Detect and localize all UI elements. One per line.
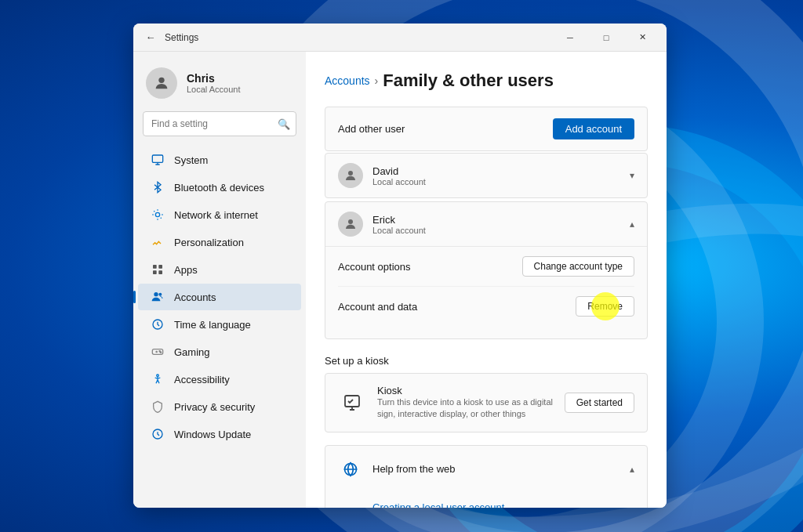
- sidebar-item-label-apps: Apps: [174, 264, 198, 276]
- svg-rect-6: [158, 270, 162, 274]
- svg-point-15: [348, 171, 353, 176]
- sidebar-item-update[interactable]: Windows Update: [138, 421, 301, 447]
- sidebar-item-network[interactable]: Network & internet: [138, 201, 301, 228]
- privacy-icon: [151, 400, 165, 414]
- sidebar-item-label-network: Network & internet: [174, 209, 258, 221]
- settings-window: ← Settings ─ □ ✕ Chris Local Account: [133, 24, 667, 508]
- sidebar-item-label-update: Windows Update: [174, 429, 251, 440]
- back-button[interactable]: ←: [140, 27, 162, 49]
- sidebar-item-privacy[interactable]: Privacy & security: [138, 393, 301, 420]
- svg-point-2: [155, 212, 159, 216]
- change-account-type-button[interactable]: Change account type: [522, 256, 634, 277]
- help-title-row: Help from the web: [338, 457, 456, 482]
- account-options-row: Account options Change account type: [338, 247, 634, 287]
- minimize-button[interactable]: ─: [552, 24, 588, 52]
- add-account-button[interactable]: Add account: [553, 118, 634, 139]
- window-title: Settings: [165, 32, 552, 43]
- kiosk-card: Kiosk Turn this device into a kiosk to u…: [325, 373, 648, 432]
- gaming-icon: [151, 345, 165, 359]
- search-input[interactable]: [143, 111, 296, 136]
- svg-rect-5: [153, 270, 157, 274]
- time-icon: [151, 317, 165, 331]
- chevron-down-icon-david: ▾: [630, 170, 634, 181]
- svg-point-8: [158, 293, 162, 296]
- title-bar: ← Settings ─ □ ✕: [133, 24, 667, 52]
- breadcrumb-parent[interactable]: Accounts: [325, 74, 370, 87]
- system-icon: [151, 153, 165, 167]
- user-avatar-david: [338, 163, 363, 188]
- account-data-label: Account and data: [338, 301, 417, 313]
- svg-point-0: [158, 78, 164, 83]
- kiosk-icon: [338, 389, 366, 417]
- sidebar-item-apps[interactable]: Apps: [138, 256, 301, 283]
- svg-point-13: [157, 375, 159, 377]
- sidebar-item-label-accounts: Accounts: [174, 291, 216, 303]
- sidebar-item-label-bluetooth: Bluetooth & devices: [174, 182, 264, 194]
- user-item-erick-header[interactable]: Erick Local account ▴: [325, 202, 647, 246]
- kiosk-section: Set up a kiosk Kiosk Turn this device in…: [325, 355, 648, 432]
- sidebar-item-label-system: System: [174, 154, 208, 166]
- bluetooth-icon: [151, 180, 165, 194]
- user-name-erick: Erick: [372, 214, 630, 226]
- search-box: 🔍: [143, 111, 296, 136]
- kiosk-description: Turn this device into a kiosk to use as …: [377, 396, 554, 421]
- apps-icon: [151, 262, 165, 277]
- help-header[interactable]: Help from the web ▴: [325, 446, 647, 493]
- window-controls: ─ □ ✕: [552, 24, 660, 52]
- add-user-label: Add other user: [338, 123, 405, 135]
- sidebar-item-bluetooth[interactable]: Bluetooth & devices: [138, 174, 301, 201]
- sidebar-item-accessibility[interactable]: Accessibility: [138, 366, 301, 393]
- add-user-row: Add other user Add account: [325, 107, 648, 151]
- remove-button-label: Remove: [587, 301, 623, 312]
- accounts-icon: [151, 290, 165, 304]
- close-button[interactable]: ✕: [624, 24, 660, 52]
- breadcrumb: Accounts › Family & other users: [325, 71, 648, 91]
- help-title-label: Help from the web: [372, 463, 456, 475]
- kiosk-info: Kiosk Turn this device into a kiosk to u…: [377, 385, 554, 421]
- help-section: Help from the web ▴ Creating a local use…: [325, 445, 648, 508]
- user-name: Chris: [187, 72, 241, 85]
- kiosk-name: Kiosk: [377, 385, 554, 396]
- erick-expanded-section: Account options Change account type Acco…: [325, 246, 647, 338]
- sidebar: Chris Local Account 🔍 System: [133, 52, 306, 508]
- remove-button[interactable]: Remove: [576, 296, 634, 317]
- network-icon: [151, 208, 165, 222]
- user-type-david: Local account: [372, 177, 630, 186]
- main-content: Accounts › Family & other users Add othe…: [306, 52, 667, 508]
- user-item-david-header[interactable]: David Local account ▾: [325, 154, 647, 197]
- breadcrumb-separator: ›: [375, 74, 379, 87]
- sidebar-item-accounts[interactable]: Accounts: [138, 284, 301, 310]
- kiosk-get-started-button[interactable]: Get started: [565, 393, 634, 413]
- sidebar-item-label-personalization: Personalization: [174, 237, 244, 248]
- sidebar-item-personalization[interactable]: Personalization: [138, 229, 301, 255]
- maximize-button[interactable]: □: [588, 24, 624, 52]
- sidebar-item-label-time: Time & language: [174, 319, 251, 331]
- svg-point-7: [154, 292, 158, 296]
- user-item-david: David Local account ▾: [325, 153, 648, 198]
- sidebar-item-system[interactable]: System: [138, 147, 301, 173]
- user-name-david: David: [372, 165, 630, 177]
- chevron-up-icon-help: ▴: [630, 464, 634, 475]
- user-avatar-erick: [338, 212, 363, 237]
- update-icon: [151, 427, 165, 441]
- help-link-local-account[interactable]: Creating a local user account: [372, 499, 634, 508]
- user-type: Local Account: [187, 85, 241, 94]
- svg-rect-3: [153, 265, 157, 269]
- breadcrumb-current: Family & other users: [383, 71, 554, 91]
- user-info-erick: Erick Local account: [372, 214, 630, 235]
- accessibility-icon: [151, 372, 165, 386]
- avatar: [146, 67, 177, 99]
- user-profile[interactable]: Chris Local Account: [133, 52, 306, 108]
- sidebar-item-label-accessibility: Accessibility: [174, 374, 230, 385]
- account-data-row: Account and data Remove: [338, 287, 634, 326]
- user-type-erick: Local account: [372, 226, 630, 235]
- personalization-icon: [151, 235, 165, 249]
- sidebar-item-label-privacy: Privacy & security: [174, 401, 255, 413]
- help-links: Creating a local user account Switching …: [325, 493, 647, 508]
- search-icon: 🔍: [278, 118, 290, 130]
- user-info-david: David Local account: [372, 165, 630, 186]
- sidebar-item-time[interactable]: Time & language: [138, 311, 301, 338]
- svg-point-16: [348, 219, 353, 224]
- help-icon: [338, 457, 363, 482]
- sidebar-item-gaming[interactable]: Gaming: [138, 338, 301, 365]
